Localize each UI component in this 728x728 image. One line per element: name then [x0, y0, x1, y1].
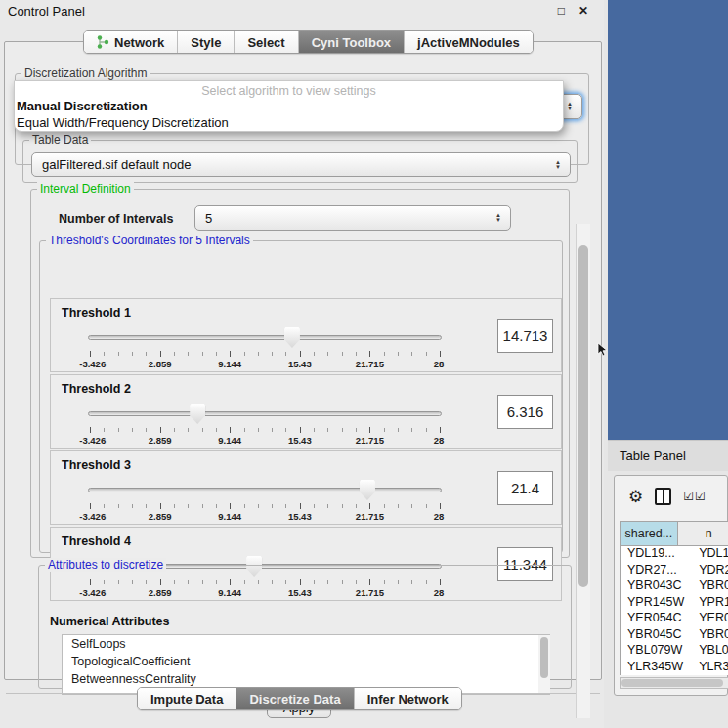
scrollbar-thumb[interactable] [621, 679, 723, 687]
number-of-intervals-label: Number of Intervals [59, 212, 173, 226]
popup-header: Select algorithm to view settings [15, 81, 563, 98]
table-row[interactable]: YDL19... YDL1 [621, 546, 728, 563]
tab-impute-data[interactable]: Impute Data [138, 688, 236, 709]
threshold-label: Threshold 1 [62, 306, 131, 320]
table-row[interactable]: YDR27... YDR2 [621, 563, 728, 579]
table-header-row: shared... n [621, 522, 728, 546]
slider-track[interactable] [88, 335, 442, 340]
threshold-label: Threshold 3 [62, 458, 131, 472]
tab-infer-network[interactable]: Infer Network [354, 688, 461, 709]
attribute-list-item[interactable]: BetweennessCentrality [63, 670, 549, 688]
tab-network[interactable]: Network [84, 31, 177, 53]
control-panel-window: Control Panel □ ✕ Discretization Algorit… [0, 0, 604, 728]
table-row[interactable]: YBL079W YBL0 [621, 643, 728, 660]
checkboxes-icon[interactable]: ☑☑ [683, 490, 707, 503]
attribute-list-item[interactable]: SelfLoops [63, 635, 549, 653]
tab-cyni-toolbox-label: Cyni Toolbox [312, 35, 391, 50]
combo-arrows-icon: ▲▼ [495, 213, 501, 223]
table-panel-title: Table Panel [620, 449, 686, 463]
network-window-frame: GAL80GACGAL11GAL4GCY1HHAP2 [608, 0, 728, 440]
threshold-value-field[interactable]: 21.4 [497, 471, 553, 505]
algorithm-dropdown-popup: Select algorithm to view settings Manual… [14, 80, 564, 132]
table-panel-toolbar: ⚙ ☑☑ [615, 476, 727, 517]
mouse-cursor [597, 342, 608, 358]
tab-jactivemnodules-label: jActiveMNodules [417, 35, 520, 50]
float-window-icon[interactable]: □ [558, 4, 565, 18]
columns-icon[interactable] [655, 488, 671, 505]
cell-name: YBR0 [692, 578, 728, 595]
tab-discretize-data-label: Discretize Data [249, 692, 340, 707]
table-row[interactable]: YLR345W YLR3 [621, 660, 728, 676]
table-data-group: Table Data galFiltered.sif default node … [22, 140, 578, 183]
tab-infer-network-label: Infer Network [367, 692, 449, 707]
threshold-panel: Threshold 3 -3.4262.8599.14415.4321.7152… [50, 450, 562, 525]
scrollbar-thumb[interactable] [578, 245, 588, 587]
gear-icon[interactable]: ⚙ [628, 487, 643, 507]
slider-thumb[interactable] [190, 404, 205, 424]
slider-tick-labels: -3.4262.8599.14415.4321.71528 [90, 435, 440, 446]
threshold-value-field[interactable]: 6.316 [497, 395, 553, 429]
table-data-group-title: Table Data [29, 133, 91, 147]
table-data-combobox[interactable]: galFiltered.sif default node ▲▼ [31, 152, 571, 177]
tab-network-label: Network [114, 35, 164, 50]
tab-style-label: Style [191, 35, 221, 50]
threshold-panels: Threshold 1 -3.4262.8599.14415.4321.7152… [50, 298, 562, 601]
control-panel-body: Discretization Algorithm ▲▼ Table Data g… [4, 41, 602, 680]
attribute-list-item[interactable]: TopologicalCoefficient [63, 653, 549, 670]
threshold-slider[interactable]: -3.4262.8599.14415.4321.71528 [88, 324, 442, 369]
slider-tick-labels: -3.4262.8599.14415.4321.71528 [90, 359, 440, 369]
cell-name: YLR3 [692, 660, 728, 676]
tab-jactivemnodules[interactable]: jActiveMNodules [404, 31, 533, 53]
slider-ticks [90, 503, 440, 510]
tab-select[interactable]: Select [234, 31, 297, 53]
table-row[interactable]: YBR043C YBR0 [621, 578, 728, 595]
panel-vertical-scrollbar[interactable] [576, 224, 590, 718]
column-header-shared-name[interactable]: shared... [621, 522, 678, 545]
table-panel-titlebar: Table Panel [608, 440, 728, 471]
table-row[interactable]: YER054C YER0 [621, 611, 728, 627]
close-window-icon[interactable]: ✕ [578, 4, 588, 18]
threshold-panel: Threshold 1 -3.4262.8599.14415.4321.7152… [50, 298, 562, 372]
table-panel: ⚙ ☑☑ shared... n YDL19... YDL1 YDR27... … [614, 475, 728, 696]
cell-name: YBR0 [692, 627, 728, 644]
table-rows: YDL19... YDL1 YDR27... YDR2 YBR043C YBR0… [621, 546, 728, 675]
cell-name: YDR2 [692, 563, 728, 579]
table-row[interactable]: YPR145W YPR1 [621, 595, 728, 612]
threshold-label: Threshold 2 [62, 382, 131, 396]
cell-name: YPR1 [692, 595, 728, 612]
column-header-name[interactable]: n [678, 522, 728, 545]
attributes-list-scrollbar[interactable] [538, 635, 550, 694]
network-tree-icon [97, 35, 109, 49]
number-of-intervals-combobox[interactable]: 5 ▲▼ [194, 205, 511, 231]
tab-cyni-toolbox[interactable]: Cyni Toolbox [298, 31, 404, 53]
combo-arrows-icon: ▲▼ [567, 102, 573, 111]
threshold-value-field[interactable]: 14.713 [497, 319, 553, 353]
numerical-attributes-list[interactable]: SelfLoops TopologicalCoefficient Between… [62, 634, 550, 695]
cyni-mode-tabs: Impute Data Discretize Data Infer Networ… [137, 687, 462, 710]
cell-shared-name: YBR045C [621, 627, 692, 644]
numerical-attributes-label: Numerical Attributes [50, 615, 169, 628]
slider-tick-labels: -3.4262.8599.14415.4321.71528 [90, 511, 440, 522]
tab-impute-data-label: Impute Data [150, 692, 223, 707]
slider-track[interactable] [88, 488, 442, 492]
cell-shared-name: YDL19... [621, 546, 692, 563]
cell-shared-name: YLR345W [621, 660, 692, 676]
threshold-slider[interactable]: -3.4262.8599.14415.4321.71528 [88, 477, 442, 522]
slider-track[interactable] [88, 411, 442, 416]
number-of-intervals-value: 5 [205, 211, 212, 226]
attributes-group-title: Attributes to discretize [45, 558, 166, 572]
popup-item-manual-discretization[interactable]: Manual Discretization [15, 98, 563, 114]
popup-item-equal-width-frequency[interactable]: Equal Width/Frequency Discretization [15, 114, 563, 131]
table-horizontal-scrollbar[interactable] [620, 677, 728, 689]
tab-style[interactable]: Style [177, 31, 234, 53]
control-panel-titlebar: Control Panel □ ✕ [0, 0, 604, 23]
table-row[interactable]: YBR045C YBR0 [621, 627, 728, 644]
threshold-label: Threshold 4 [62, 535, 131, 548]
tab-discretize-data[interactable]: Discretize Data [236, 688, 353, 709]
slider-thumb[interactable] [284, 327, 300, 348]
threshold-slider[interactable]: -3.4262.8599.14415.4321.71528 [88, 401, 442, 446]
slider-thumb[interactable] [360, 480, 375, 500]
cell-name: YER0 [692, 611, 728, 627]
cell-shared-name: YBL079W [621, 643, 692, 660]
node-attribute-table: shared... n YDL19... YDL1 YDR27... YDR2 … [620, 521, 728, 675]
